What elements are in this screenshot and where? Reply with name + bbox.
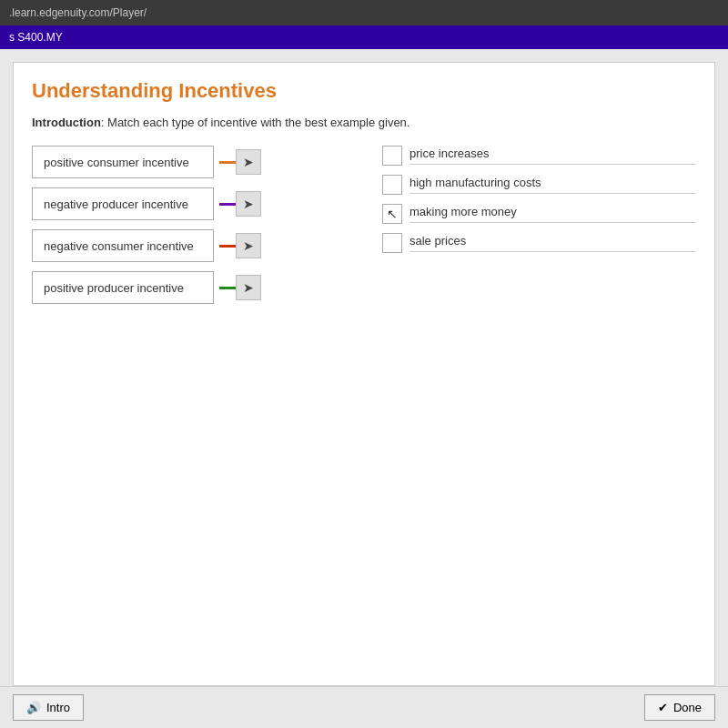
content-area: Understanding Incentives Introduction: M… (0, 49, 728, 728)
browser-address-bar: .learn.edgenuity.com/Player/ (0, 0, 728, 25)
incentive-label-3: negative consumer incentive (32, 229, 214, 262)
incentive-label-4: positive producer incentive (32, 271, 214, 304)
page-title: Understanding Incentives (32, 79, 696, 103)
main-panel: Understanding Incentives Introduction: M… (13, 62, 715, 686)
right-item-1: price increases (382, 146, 696, 166)
line-3 (219, 245, 236, 248)
checkmark-icon: ✔ (658, 701, 668, 714)
url-text: .learn.edgenuity.com/Player/ (9, 6, 147, 19)
intro-button-label: Intro (46, 701, 70, 714)
speaker-icon: 🔊 (26, 701, 41, 714)
left-item-4: positive producer incentive ➤ (32, 271, 346, 304)
example-text-3: making more money (410, 205, 696, 223)
line-4 (219, 287, 236, 289)
right-item-4: sale prices (382, 233, 696, 253)
line-1 (219, 161, 236, 164)
answer-checkbox-4[interactable] (382, 233, 402, 253)
intro-text: Introduction: Match each type of incenti… (32, 116, 696, 129)
left-item-3: negative consumer incentive ➤ (32, 229, 346, 262)
right-column: price increases high manufacturing costs… (382, 146, 696, 253)
left-column: positive consumer incentive ➤ negative p… (32, 146, 346, 304)
connector-3: ➤ (219, 233, 261, 258)
answer-checkbox-2[interactable] (382, 175, 402, 195)
right-item-3: ↖ making more money (382, 204, 696, 224)
arrow-button-1[interactable]: ➤ (236, 149, 261, 175)
cursor-icon: ↖ (387, 207, 398, 221)
tab-bar: s S400.MY (0, 25, 728, 49)
intro-button[interactable]: 🔊 Intro (13, 694, 84, 721)
example-text-4: sale prices (410, 234, 696, 252)
done-button-label: Done (673, 701, 702, 714)
intro-rest: : Match each type of incentive with the … (101, 116, 410, 129)
left-item-1: positive consumer incentive ➤ (32, 146, 346, 178)
example-text-1: price increases (410, 147, 696, 165)
arrow-button-4[interactable]: ➤ (236, 275, 261, 300)
line-2 (219, 203, 236, 206)
answer-checkbox-3[interactable]: ↖ (382, 204, 402, 224)
connector-2: ➤ (219, 191, 261, 217)
incentive-label-1: positive consumer incentive (32, 146, 214, 178)
bottom-bar: 🔊 Intro ✔ Done (0, 686, 728, 728)
matching-exercise: positive consumer incentive ➤ negative p… (32, 146, 696, 304)
tab-label: s S400.MY (9, 31, 63, 44)
arrow-button-2[interactable]: ➤ (236, 191, 261, 217)
incentive-label-2: negative producer incentive (32, 187, 214, 220)
example-text-2: high manufacturing costs (410, 176, 696, 194)
right-item-2: high manufacturing costs (382, 175, 696, 195)
done-button[interactable]: ✔ Done (644, 694, 715, 721)
arrow-button-3[interactable]: ➤ (236, 233, 261, 258)
left-item-2: negative producer incentive ➤ (32, 187, 346, 220)
intro-bold: Introduction (32, 116, 101, 129)
connector-1: ➤ (219, 149, 261, 175)
answer-checkbox-1[interactable] (382, 146, 402, 166)
connector-4: ➤ (219, 275, 261, 300)
